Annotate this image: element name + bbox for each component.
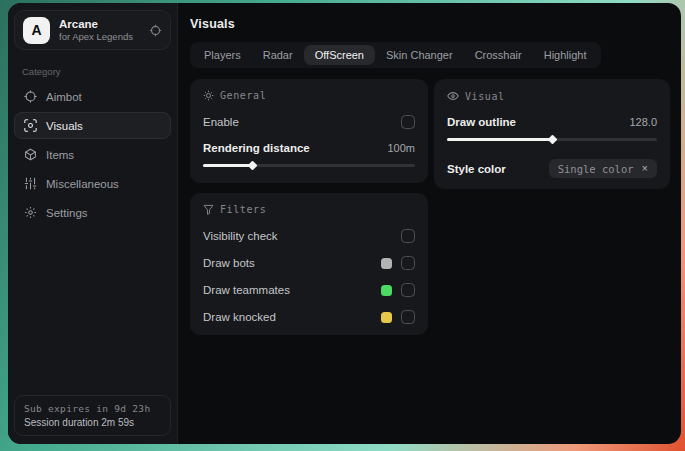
visuals-tabbar: Players Radar OffScreen Skin Changer Cro… xyxy=(190,42,601,68)
sidebar-item-label: Settings xyxy=(46,207,88,219)
page-title: Visuals xyxy=(190,17,670,31)
app-logo: A xyxy=(23,17,50,44)
draw-outline-label: Draw outline xyxy=(447,116,516,128)
style-color-label: Style color xyxy=(447,163,506,175)
rendering-distance-row: Rendering distance 100m xyxy=(203,142,415,154)
visibility-check-checkbox[interactable] xyxy=(401,229,415,243)
draw-outline-row: Draw outline 128.0 xyxy=(447,116,657,128)
sub-expiry-text: Sub expires in 9d 23h xyxy=(24,403,161,414)
sun-icon xyxy=(203,90,214,101)
slider-thumb[interactable] xyxy=(247,160,257,170)
tab-players[interactable]: Players xyxy=(193,45,252,65)
draw-knocked-row: Draw knocked xyxy=(203,310,415,324)
rendering-distance-value: 100m xyxy=(387,142,415,154)
visual-card: Visual Draw outline 128.0 Style color Si… xyxy=(434,79,670,189)
sidebar-item-aimbot[interactable]: Aimbot xyxy=(14,83,171,110)
draw-bots-checkbox[interactable] xyxy=(401,256,415,270)
draw-teammates-row: Draw teammates xyxy=(203,283,415,297)
tab-radar[interactable]: Radar xyxy=(252,45,304,65)
draw-bots-color-swatch[interactable] xyxy=(381,258,392,269)
style-color-select[interactable]: Single color × xyxy=(549,159,657,178)
sidebar-item-settings[interactable]: Settings xyxy=(14,199,171,226)
draw-bots-row: Draw bots xyxy=(203,256,415,270)
general-section-title: General xyxy=(220,90,266,101)
enable-row: Enable xyxy=(203,115,415,129)
draw-knocked-checkbox[interactable] xyxy=(401,310,415,324)
draw-knocked-color-swatch[interactable] xyxy=(381,312,392,323)
gear-icon xyxy=(23,206,37,219)
filters-section-title: Filters xyxy=(220,204,266,215)
draw-bots-label: Draw bots xyxy=(203,257,255,269)
logo-card: A Arcane for Apex Legends xyxy=(14,10,171,50)
sidebar-item-label: Miscellaneous xyxy=(46,178,119,190)
session-duration-text: Session duration 2m 59s xyxy=(24,417,161,428)
style-color-value: Single color xyxy=(558,163,634,175)
visual-section-title: Visual xyxy=(465,91,505,102)
eye-icon xyxy=(447,90,459,102)
tab-skin-changer[interactable]: Skin Changer xyxy=(375,45,464,65)
sliders-icon xyxy=(23,177,37,190)
clear-icon[interactable]: × xyxy=(642,163,648,174)
sidebar-item-miscellaneous[interactable]: Miscellaneous xyxy=(14,170,171,197)
general-card: General Enable Rendering distance 100m xyxy=(190,79,428,183)
sidebar-item-visuals[interactable]: Visuals xyxy=(14,112,171,139)
draw-teammates-label: Draw teammates xyxy=(203,284,290,296)
eye-scan-icon xyxy=(23,119,37,132)
visibility-check-label: Visibility check xyxy=(203,230,278,242)
crosshair-icon xyxy=(23,90,37,103)
app-window: A Arcane for Apex Legends Category Aimbo… xyxy=(8,3,681,444)
draw-teammates-checkbox[interactable] xyxy=(401,283,415,297)
sidebar-item-items[interactable]: Items xyxy=(14,141,171,168)
funnel-icon xyxy=(203,204,214,215)
style-color-row: Style color Single color × xyxy=(447,159,657,178)
enable-label: Enable xyxy=(203,116,239,128)
main-content: Visuals Players Radar OffScreen Skin Cha… xyxy=(178,3,681,444)
rendering-distance-label: Rendering distance xyxy=(203,142,310,154)
app-title: Arcane xyxy=(59,18,140,30)
sidebar: A Arcane for Apex Legends Category Aimbo… xyxy=(8,3,178,444)
sidebar-item-label: Aimbot xyxy=(46,91,82,103)
sidebar-item-label: Items xyxy=(46,149,74,161)
cube-icon xyxy=(23,148,37,161)
enable-checkbox[interactable] xyxy=(401,115,415,129)
sidebar-item-label: Visuals xyxy=(46,120,83,132)
tab-crosshair[interactable]: Crosshair xyxy=(464,45,533,65)
tab-offscreen[interactable]: OffScreen xyxy=(304,45,375,65)
sidebar-nav: Aimbot Visuals Items xyxy=(14,83,171,226)
rendering-distance-slider[interactable] xyxy=(203,158,415,172)
filters-card: Filters Visibility check Draw bots xyxy=(190,193,428,335)
target-icon[interactable] xyxy=(149,24,162,37)
draw-outline-slider[interactable] xyxy=(447,132,657,146)
visibility-check-row: Visibility check xyxy=(203,229,415,243)
app-subtitle: for Apex Legends xyxy=(59,31,140,42)
slider-thumb[interactable] xyxy=(548,134,558,144)
draw-teammates-color-swatch[interactable] xyxy=(381,285,392,296)
draw-knocked-label: Draw knocked xyxy=(203,311,276,323)
category-label: Category xyxy=(22,66,171,77)
subscription-info: Sub expires in 9d 23h Session duration 2… xyxy=(14,395,171,436)
draw-outline-value: 128.0 xyxy=(629,116,657,128)
tab-highlight[interactable]: Highlight xyxy=(533,45,598,65)
